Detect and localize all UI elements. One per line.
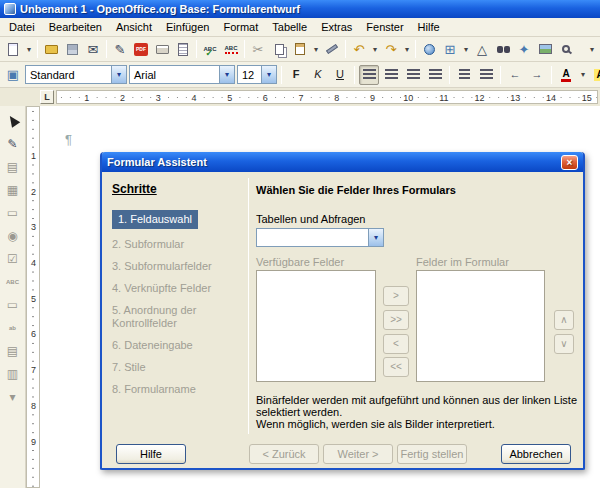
step-dateneingabe[interactable]: 6. Dateneingabe bbox=[112, 339, 244, 352]
table-button[interactable]: ⊞ bbox=[440, 39, 460, 59]
menu-tabelle[interactable]: Tabelle bbox=[265, 19, 314, 35]
option-button-control[interactable]: ◉ bbox=[3, 226, 23, 245]
autospellcheck-button[interactable]: ABC bbox=[221, 39, 241, 59]
tables-queries-combo[interactable]: ▾ bbox=[256, 228, 384, 247]
new-document-dropdown[interactable]: ▾ bbox=[24, 39, 34, 59]
dialog-close-button[interactable]: × bbox=[561, 155, 578, 170]
next-button[interactable]: Weiter > bbox=[323, 444, 393, 464]
table-dropdown[interactable]: ▾ bbox=[461, 39, 471, 59]
menu-datei[interactable]: Datei bbox=[2, 19, 42, 35]
finish-button[interactable]: Fertig stellen bbox=[397, 444, 467, 464]
text-box-control[interactable]: ab bbox=[3, 318, 23, 337]
list-box-control[interactable]: ▤ bbox=[3, 341, 23, 360]
paste-button[interactable] bbox=[290, 39, 310, 59]
redo-dropdown[interactable]: ▾ bbox=[402, 39, 412, 59]
combo-dropdown-icon[interactable]: ▾ bbox=[111, 66, 126, 83]
bullet-list-button[interactable] bbox=[476, 65, 496, 85]
open-button[interactable] bbox=[41, 39, 61, 59]
menu-extras[interactable]: Extras bbox=[314, 19, 359, 35]
underline-button[interactable]: U bbox=[330, 65, 350, 85]
step-feldauswahl[interactable]: 1. Feldauswahl bbox=[112, 210, 244, 229]
gallery-button[interactable] bbox=[535, 39, 555, 59]
align-justify-button[interactable] bbox=[425, 65, 445, 85]
email-button[interactable]: ✉ bbox=[83, 39, 103, 59]
print-button[interactable] bbox=[152, 39, 172, 59]
available-fields-list[interactable] bbox=[256, 270, 376, 382]
form-properties-button[interactable]: ▦ bbox=[3, 180, 23, 199]
format-paintbrush-button[interactable] bbox=[322, 39, 342, 59]
draw-functions-button[interactable]: △ bbox=[472, 39, 492, 59]
back-button[interactable]: < Zurück bbox=[249, 444, 319, 464]
highlighting-button[interactable]: A bbox=[590, 65, 600, 85]
group-box-control[interactable]: ▭ bbox=[3, 295, 23, 314]
find-replace-button[interactable] bbox=[493, 39, 513, 59]
menu-hilfe[interactable]: Hilfe bbox=[411, 19, 447, 35]
step-formularname[interactable]: 8. Formularname bbox=[112, 383, 244, 396]
edit-file-button[interactable]: ✎ bbox=[110, 39, 130, 59]
styles-window-button[interactable]: ▣ bbox=[3, 65, 23, 85]
paste-dropdown[interactable]: ▾ bbox=[311, 39, 321, 59]
hyperlink-button[interactable] bbox=[419, 39, 439, 59]
align-right-button[interactable] bbox=[403, 65, 423, 85]
redo-button[interactable]: ↷ bbox=[381, 39, 401, 59]
undo-dropdown[interactable]: ▾ bbox=[370, 39, 380, 59]
navigator-button[interactable]: ✦ bbox=[514, 39, 534, 59]
menu-fenster[interactable]: Fenster bbox=[359, 19, 410, 35]
zoom-button[interactable] bbox=[556, 39, 576, 59]
more-controls-button[interactable]: ▾ bbox=[3, 387, 23, 406]
toolbar-overflow-button[interactable]: ▾ bbox=[587, 39, 597, 59]
save-button[interactable] bbox=[62, 39, 82, 59]
combo-dropdown-icon[interactable]: ▾ bbox=[219, 66, 234, 83]
control-properties-button[interactable]: ▤ bbox=[3, 157, 23, 176]
cut-button[interactable]: ✂ bbox=[248, 39, 268, 59]
move-down-button[interactable]: ∨ bbox=[554, 334, 574, 354]
dialog-title-bar[interactable]: Formular Assistent × bbox=[102, 152, 583, 172]
select-button[interactable] bbox=[3, 111, 23, 130]
increase-indent-button[interactable]: → bbox=[527, 65, 547, 85]
move-up-button[interactable]: ∧ bbox=[554, 310, 574, 330]
numbered-list-button[interactable] bbox=[454, 65, 474, 85]
step-verknuepfte-felder[interactable]: 4. Verknüpfte Felder bbox=[112, 282, 244, 295]
menu-format[interactable]: Format bbox=[216, 19, 265, 35]
undo-button[interactable]: ↶ bbox=[349, 39, 369, 59]
label-field-control[interactable]: ABC bbox=[3, 272, 23, 291]
tab-stop-selector[interactable]: L bbox=[40, 90, 54, 104]
decrease-indent-button[interactable]: ← bbox=[505, 65, 525, 85]
menu-bearbeiten[interactable]: Bearbeiten bbox=[42, 19, 109, 35]
step-subformular[interactable]: 2. Subformular bbox=[112, 238, 244, 251]
combo-box-control[interactable]: ▥ bbox=[3, 364, 23, 383]
design-mode-button[interactable]: ✎ bbox=[3, 134, 23, 153]
form-fields-list[interactable] bbox=[416, 270, 545, 382]
page-preview-button[interactable] bbox=[173, 39, 193, 59]
step-anordnung[interactable]: 5. Anordnung der Kontrollfelder bbox=[112, 304, 244, 330]
move-right-button[interactable]: > bbox=[383, 286, 409, 306]
menu-ansicht[interactable]: Ansicht bbox=[109, 19, 159, 35]
step-subformularfelder[interactable]: 3. Subformularfelder bbox=[112, 260, 244, 273]
bold-button[interactable]: F bbox=[286, 65, 306, 85]
font-size-combo[interactable]: 12 ▾ bbox=[237, 65, 277, 84]
copy-button[interactable] bbox=[269, 39, 289, 59]
combo-dropdown-icon[interactable]: ▾ bbox=[261, 66, 276, 83]
title-bar[interactable]: Unbenannt 1 - OpenOffice.org Base: Formu… bbox=[0, 0, 600, 18]
export-pdf-button[interactable]: PDF bbox=[131, 39, 151, 59]
check-box-control[interactable]: ☑ bbox=[3, 249, 23, 268]
menu-einfuegen[interactable]: Einfügen bbox=[159, 19, 216, 35]
ruler-number: 8 bbox=[333, 93, 340, 103]
move-all-left-button[interactable]: << bbox=[383, 357, 409, 377]
font-name-combo[interactable]: Arial ▾ bbox=[129, 65, 235, 84]
font-color-button[interactable]: A bbox=[556, 65, 576, 85]
paragraph-style-combo[interactable]: Standard ▾ bbox=[25, 65, 127, 84]
push-button-control[interactable]: ▭ bbox=[3, 203, 23, 222]
help-button[interactable]: Hilfe bbox=[116, 444, 186, 464]
step-stile[interactable]: 7. Stile bbox=[112, 361, 244, 374]
move-left-button[interactable]: < bbox=[383, 334, 409, 354]
move-all-right-button[interactable]: >> bbox=[383, 310, 409, 330]
italic-button[interactable]: K bbox=[308, 65, 328, 85]
spellcheck-button[interactable]: ABC bbox=[200, 39, 220, 59]
align-left-button[interactable] bbox=[359, 65, 379, 85]
cancel-button[interactable]: Abbrechen bbox=[501, 444, 571, 464]
new-document-button[interactable] bbox=[3, 39, 23, 59]
combo-dropdown-icon[interactable]: ▾ bbox=[368, 229, 383, 246]
align-center-button[interactable] bbox=[381, 65, 401, 85]
font-color-dropdown[interactable]: ▾ bbox=[578, 65, 588, 85]
